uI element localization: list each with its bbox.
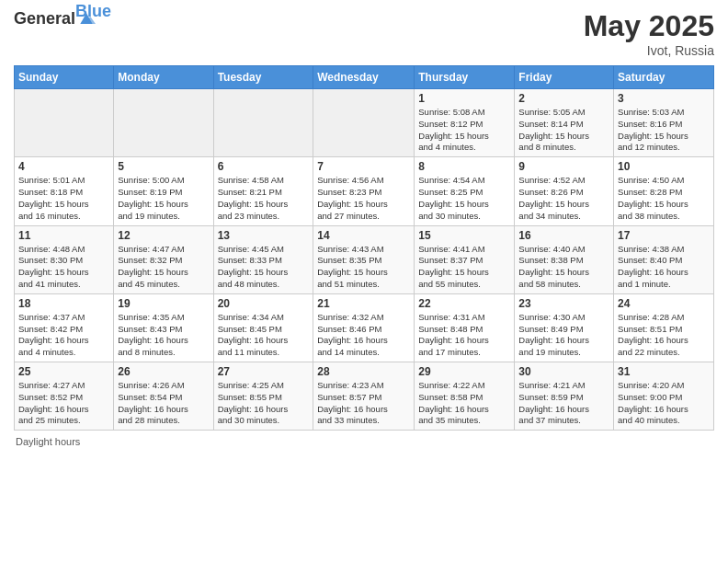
calendar-header-row: SundayMondayTuesdayWednesdayThursdayFrid… — [15, 66, 714, 89]
calendar-cell: 18Sunrise: 4:37 AM Sunset: 8:42 PM Dayli… — [15, 293, 114, 362]
day-number: 26 — [118, 365, 209, 378]
day-header-monday: Monday — [114, 66, 213, 89]
calendar-week-row: 4Sunrise: 5:01 AM Sunset: 8:18 PM Daylig… — [15, 157, 714, 225]
calendar-cell: 15Sunrise: 4:41 AM Sunset: 8:37 PM Dayli… — [415, 225, 515, 293]
calendar-week-row: 25Sunrise: 4:27 AM Sunset: 8:52 PM Dayli… — [15, 362, 714, 431]
day-info: Sunrise: 4:48 AM Sunset: 8:30 PM Dayligh… — [18, 244, 109, 291]
day-number: 11 — [18, 229, 109, 242]
page-container: General Blue May 2025 Ivot, Russia Sunda… — [0, 0, 728, 456]
day-info: Sunrise: 5:01 AM Sunset: 8:18 PM Dayligh… — [18, 175, 109, 222]
calendar-cell — [313, 89, 415, 157]
day-number: 14 — [317, 229, 410, 242]
day-number: 15 — [418, 229, 510, 242]
day-info: Sunrise: 4:27 AM Sunset: 8:52 PM Dayligh… — [18, 380, 109, 427]
day-info: Sunrise: 4:25 AM Sunset: 8:55 PM Dayligh… — [218, 380, 310, 427]
day-number: 6 — [218, 160, 310, 173]
day-number: 16 — [518, 229, 609, 242]
calendar-cell — [213, 89, 313, 157]
day-header-tuesday: Tuesday — [213, 66, 313, 89]
calendar-week-row: 1Sunrise: 5:08 AM Sunset: 8:12 PM Daylig… — [15, 89, 714, 157]
calendar-cell: 10Sunrise: 4:50 AM Sunset: 8:28 PM Dayli… — [614, 157, 714, 225]
day-info: Sunrise: 4:22 AM Sunset: 8:58 PM Dayligh… — [418, 380, 510, 427]
calendar-cell: 28Sunrise: 4:23 AM Sunset: 8:57 PM Dayli… — [313, 362, 415, 431]
day-number: 9 — [518, 160, 609, 173]
day-number: 5 — [118, 160, 209, 173]
day-number: 31 — [618, 365, 710, 378]
calendar: SundayMondayTuesdayWednesdayThursdayFrid… — [14, 65, 714, 431]
day-number: 3 — [618, 92, 710, 105]
day-number: 23 — [518, 297, 609, 310]
day-number: 28 — [317, 365, 410, 378]
day-info: Sunrise: 5:03 AM Sunset: 8:16 PM Dayligh… — [618, 107, 710, 154]
calendar-cell: 16Sunrise: 4:40 AM Sunset: 8:38 PM Dayli… — [515, 225, 614, 293]
calendar-week-row: 18Sunrise: 4:37 AM Sunset: 8:42 PM Dayli… — [15, 293, 714, 362]
calendar-cell: 21Sunrise: 4:32 AM Sunset: 8:46 PM Dayli… — [313, 293, 415, 362]
day-info: Sunrise: 4:34 AM Sunset: 8:45 PM Dayligh… — [218, 312, 310, 359]
day-number: 22 — [418, 297, 510, 310]
calendar-cell: 29Sunrise: 4:22 AM Sunset: 8:58 PM Dayli… — [415, 362, 515, 431]
day-info: Sunrise: 4:26 AM Sunset: 8:54 PM Dayligh… — [118, 380, 209, 427]
day-number: 21 — [317, 297, 410, 310]
month-year: May 2025 — [584, 9, 714, 43]
calendar-cell: 3Sunrise: 5:03 AM Sunset: 8:16 PM Daylig… — [614, 89, 714, 157]
day-number: 2 — [518, 92, 609, 105]
calendar-cell: 20Sunrise: 4:34 AM Sunset: 8:45 PM Dayli… — [213, 293, 313, 362]
calendar-cell: 27Sunrise: 4:25 AM Sunset: 8:55 PM Dayli… — [213, 362, 313, 431]
calendar-cell: 4Sunrise: 5:01 AM Sunset: 8:18 PM Daylig… — [15, 157, 114, 225]
location: Ivot, Russia — [584, 43, 714, 58]
day-info: Sunrise: 4:31 AM Sunset: 8:48 PM Dayligh… — [418, 312, 510, 359]
day-info: Sunrise: 4:54 AM Sunset: 8:25 PM Dayligh… — [418, 175, 510, 222]
day-info: Sunrise: 4:38 AM Sunset: 8:40 PM Dayligh… — [618, 244, 710, 291]
calendar-cell: 8Sunrise: 4:54 AM Sunset: 8:25 PM Daylig… — [415, 157, 515, 225]
day-number: 8 — [418, 160, 510, 173]
day-number: 30 — [518, 365, 609, 378]
day-info: Sunrise: 4:28 AM Sunset: 8:51 PM Dayligh… — [618, 312, 710, 359]
day-header-wednesday: Wednesday — [313, 66, 415, 89]
day-info: Sunrise: 5:08 AM Sunset: 8:12 PM Dayligh… — [418, 107, 510, 154]
logo: General Blue — [14, 9, 131, 29]
calendar-cell: 22Sunrise: 4:31 AM Sunset: 8:48 PM Dayli… — [415, 293, 515, 362]
calendar-cell: 24Sunrise: 4:28 AM Sunset: 8:51 PM Dayli… — [614, 293, 714, 362]
logo-text-blue: Blue — [75, 2, 111, 21]
calendar-cell: 17Sunrise: 4:38 AM Sunset: 8:40 PM Dayli… — [614, 225, 714, 293]
calendar-cell: 9Sunrise: 4:52 AM Sunset: 8:26 PM Daylig… — [515, 157, 614, 225]
day-number: 18 — [18, 297, 109, 310]
calendar-cell: 13Sunrise: 4:45 AM Sunset: 8:33 PM Dayli… — [213, 225, 313, 293]
day-info: Sunrise: 5:05 AM Sunset: 8:14 PM Dayligh… — [518, 107, 609, 154]
day-info: Sunrise: 4:41 AM Sunset: 8:37 PM Dayligh… — [418, 244, 510, 291]
day-info: Sunrise: 4:40 AM Sunset: 8:38 PM Dayligh… — [518, 244, 609, 291]
day-info: Sunrise: 5:00 AM Sunset: 8:19 PM Dayligh… — [118, 175, 209, 222]
calendar-week-row: 11Sunrise: 4:48 AM Sunset: 8:30 PM Dayli… — [15, 225, 714, 293]
day-number: 20 — [218, 297, 310, 310]
calendar-cell — [15, 89, 114, 157]
day-number: 1 — [418, 92, 510, 105]
day-header-sunday: Sunday — [15, 66, 114, 89]
calendar-cell: 7Sunrise: 4:56 AM Sunset: 8:23 PM Daylig… — [313, 157, 415, 225]
title-block: May 2025 Ivot, Russia — [584, 9, 714, 58]
day-number: 19 — [118, 297, 209, 310]
day-number: 24 — [618, 297, 710, 310]
day-number: 4 — [18, 160, 109, 173]
calendar-cell: 6Sunrise: 4:58 AM Sunset: 8:21 PM Daylig… — [213, 157, 313, 225]
calendar-cell: 1Sunrise: 5:08 AM Sunset: 8:12 PM Daylig… — [415, 89, 515, 157]
day-info: Sunrise: 4:23 AM Sunset: 8:57 PM Dayligh… — [317, 380, 410, 427]
day-number: 13 — [218, 229, 310, 242]
day-info: Sunrise: 4:20 AM Sunset: 9:00 PM Dayligh… — [618, 380, 710, 427]
day-info: Sunrise: 4:56 AM Sunset: 8:23 PM Dayligh… — [317, 175, 410, 222]
day-info: Sunrise: 4:52 AM Sunset: 8:26 PM Dayligh… — [518, 175, 609, 222]
daylight-hours-label: Daylight hours — [16, 436, 80, 447]
day-info: Sunrise: 4:50 AM Sunset: 8:28 PM Dayligh… — [618, 175, 710, 222]
calendar-cell: 5Sunrise: 5:00 AM Sunset: 8:19 PM Daylig… — [114, 157, 213, 225]
calendar-cell: 12Sunrise: 4:47 AM Sunset: 8:32 PM Dayli… — [114, 225, 213, 293]
day-header-thursday: Thursday — [415, 66, 515, 89]
day-number: 10 — [618, 160, 710, 173]
day-info: Sunrise: 4:21 AM Sunset: 8:59 PM Dayligh… — [518, 380, 609, 427]
calendar-cell: 25Sunrise: 4:27 AM Sunset: 8:52 PM Dayli… — [15, 362, 114, 431]
day-header-saturday: Saturday — [614, 66, 714, 89]
day-info: Sunrise: 4:43 AM Sunset: 8:35 PM Dayligh… — [317, 244, 410, 291]
day-info: Sunrise: 4:45 AM Sunset: 8:33 PM Dayligh… — [218, 244, 310, 291]
day-info: Sunrise: 4:47 AM Sunset: 8:32 PM Dayligh… — [118, 244, 209, 291]
day-number: 25 — [18, 365, 109, 378]
day-header-friday: Friday — [515, 66, 614, 89]
day-info: Sunrise: 4:37 AM Sunset: 8:42 PM Dayligh… — [18, 312, 109, 359]
